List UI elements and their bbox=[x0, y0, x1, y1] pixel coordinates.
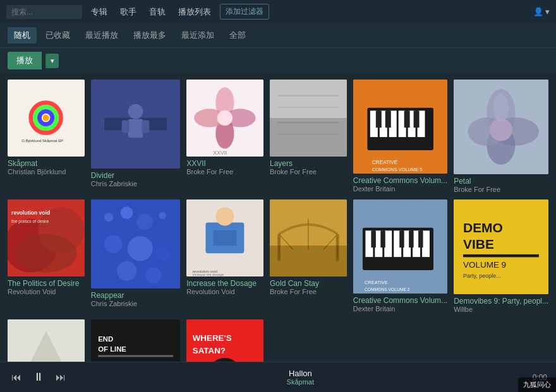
filter-tab-all[interactable]: 全部 bbox=[223, 27, 252, 44]
svg-rect-24 bbox=[277, 122, 339, 123]
album-item-politics[interactable]: revolution void the politics of desire T… bbox=[8, 199, 85, 313]
top-nav: 专辑 歌手 音轨 播放列表 添加过滤器 👤 ▾ bbox=[0, 0, 556, 23]
filter-tab-recent-play[interactable]: 最近播放 bbox=[79, 27, 124, 44]
album-item-demovibes[interactable]: DEMO VIBE VOLUME 9 Party, people... Demo… bbox=[454, 199, 548, 313]
svg-text:O.Björklund Skåpmat EP: O.Björklund Skåpmat EP bbox=[22, 139, 64, 143]
svg-point-65 bbox=[215, 207, 234, 225]
nav-tab-tracks[interactable]: 音轨 bbox=[145, 5, 169, 19]
filter-tab-favorites[interactable]: 已收藏 bbox=[39, 27, 76, 44]
album-title-goldstay: Gold Can Stay bbox=[270, 279, 347, 288]
album-item-endofline[interactable]: END OF LINE QUANTUM JAZZ Various Artists… bbox=[91, 319, 180, 362]
filter-bar: 随机 已收藏 最近播放 播放最多 最近添加 全部 bbox=[0, 23, 556, 48]
svg-rect-76 bbox=[270, 199, 347, 246]
album-cover-demovibes: DEMO VIBE VOLUME 9 Party, people... bbox=[454, 199, 548, 294]
svg-rect-22 bbox=[277, 95, 339, 96]
svg-rect-96 bbox=[463, 254, 539, 257]
album-title-petal: Petal bbox=[454, 177, 548, 186]
svg-rect-9 bbox=[128, 119, 143, 138]
search-input[interactable] bbox=[6, 5, 82, 19]
album-item-divider[interactable]: Divider Chris Zabriskie bbox=[91, 80, 180, 193]
svg-point-62 bbox=[145, 267, 161, 283]
album-grid: O.Björklund Skåpmat EP Skåpmat Christian… bbox=[0, 73, 556, 362]
svg-rect-89 bbox=[409, 230, 413, 247]
svg-text:COMMONS VOLUME 2: COMMONS VOLUME 2 bbox=[365, 287, 410, 292]
svg-point-61 bbox=[117, 261, 136, 280]
album-item-cc2[interactable]: CREATIVE COMMONS VOLUME 2 Creative Commo… bbox=[353, 199, 447, 313]
play-button[interactable]: 播放 bbox=[8, 52, 42, 69]
album-item-petal[interactable]: Petal Broke For Free bbox=[454, 80, 548, 193]
album-item-goldstay[interactable]: Gold Can Stay Broke For Free bbox=[270, 199, 347, 313]
album-item-layers[interactable]: Layers Broke For Free bbox=[270, 80, 347, 193]
svg-text:WHERE'S: WHERE'S bbox=[193, 333, 232, 343]
svg-text:revolution void: revolution void bbox=[11, 210, 50, 216]
album-item-unknown1[interactable] bbox=[8, 319, 85, 362]
svg-point-46 bbox=[493, 93, 509, 122]
svg-rect-70 bbox=[270, 246, 347, 276]
play-dropdown-button[interactable]: ▾ bbox=[45, 54, 59, 68]
album-cover-cc5: CREATIVE COMMONS VOLUME 5 bbox=[353, 80, 447, 174]
watermark: 九狐问心 bbox=[518, 377, 556, 392]
album-artist-increase: Revolution Void bbox=[186, 288, 263, 295]
svg-text:OF LINE: OF LINE bbox=[98, 345, 126, 353]
album-artist-xxvii: Broke For Free bbox=[186, 168, 263, 175]
album-artist-cc2: Dexter Britain bbox=[353, 305, 447, 312]
album-cover-wheresatan: WHERE'S SATAN? bbox=[186, 319, 263, 362]
album-cover-petal bbox=[454, 80, 548, 174]
pause-button[interactable]: ⏸ bbox=[30, 369, 47, 385]
user-button[interactable]: 👤 ▾ bbox=[533, 7, 550, 16]
player-track-title: Hallon bbox=[289, 369, 312, 378]
album-item-wheresatan[interactable]: WHERE'S SATAN? Where's Satan? bbox=[186, 319, 263, 362]
svg-text:XXVII: XXVII bbox=[214, 150, 227, 156]
album-artist-politics: Revolution Void bbox=[8, 288, 85, 295]
album-title-politics: The Politics of Desire bbox=[8, 279, 85, 288]
svg-point-55 bbox=[120, 206, 133, 219]
user-icon: 👤 bbox=[533, 7, 543, 16]
album-item-increase[interactable]: revolution void increase the dosage Incr… bbox=[186, 199, 263, 313]
svg-rect-35 bbox=[385, 110, 391, 128]
album-cover-politics: revolution void the politics of desire bbox=[8, 199, 85, 276]
svg-rect-36 bbox=[404, 110, 409, 128]
album-cover-endofline: END OF LINE QUANTUM JAZZ Various Artists… bbox=[91, 319, 180, 362]
album-item-xxvii[interactable]: XXVII XXVII Broke For Free bbox=[186, 80, 263, 193]
album-artist-demovibes: Willbe bbox=[454, 306, 548, 313]
svg-rect-66 bbox=[214, 230, 237, 246]
nav-tab-albums[interactable]: 专辑 bbox=[87, 5, 111, 19]
svg-text:CREATIVE: CREATIVE bbox=[372, 160, 398, 165]
album-title-skapmat: Skåpmat bbox=[8, 159, 85, 168]
svg-point-59 bbox=[128, 236, 153, 261]
svg-point-60 bbox=[155, 246, 170, 260]
album-title-divider: Divider bbox=[91, 171, 180, 180]
svg-point-54 bbox=[104, 213, 113, 222]
player-track-album[interactable]: Skåpmat bbox=[287, 378, 314, 386]
album-title-cc2: Creative Commons Volum... bbox=[353, 296, 447, 305]
album-cover-goldstay bbox=[270, 199, 347, 276]
nav-tab-artists[interactable]: 歌手 bbox=[116, 5, 140, 19]
player-bar: ⏮ ⏸ ⏭ Hallon Skåpmat 0:00 bbox=[0, 362, 556, 392]
add-filter-button[interactable]: 添加过滤器 bbox=[220, 4, 269, 20]
album-item-skapmat[interactable]: O.Björklund Skåpmat EP Skåpmat Christian… bbox=[8, 80, 85, 193]
album-item-cc5[interactable]: CREATIVE COMMONS VOLUME 5 Creative Commo… bbox=[353, 80, 447, 193]
svg-point-8 bbox=[128, 104, 143, 119]
album-artist-reappear: Chris Zabriskie bbox=[91, 300, 180, 307]
svg-text:the politics of desire: the politics of desire bbox=[11, 218, 49, 223]
filter-tab-recent-add[interactable]: 最近添加 bbox=[175, 27, 221, 44]
next-button[interactable]: ⏭ bbox=[53, 371, 68, 384]
svg-text:COMMONS VOLUME 5: COMMONS VOLUME 5 bbox=[372, 167, 423, 172]
prev-button[interactable]: ⏮ bbox=[9, 371, 24, 384]
svg-rect-23 bbox=[277, 107, 339, 108]
album-cover-skapmat: O.Björklund Skåpmat EP bbox=[8, 80, 85, 157]
svg-text:Party, people...: Party, people... bbox=[463, 273, 501, 279]
svg-point-50 bbox=[15, 234, 76, 273]
album-artist-layers: Broke For Free bbox=[270, 168, 347, 175]
album-title-cc5: Creative Commons Volum... bbox=[353, 176, 447, 185]
album-cover-increase: revolution void increase the dosage bbox=[186, 199, 263, 276]
album-artist-cc5: Dexter Britain bbox=[353, 185, 447, 193]
nav-tab-playlists[interactable]: 播放列表 bbox=[174, 5, 215, 19]
album-title-increase: Increase the Dosage bbox=[186, 279, 263, 288]
svg-rect-106 bbox=[98, 355, 173, 357]
svg-rect-85 bbox=[422, 230, 430, 257]
filter-tab-most-played[interactable]: 播放最多 bbox=[127, 27, 172, 44]
svg-point-57 bbox=[159, 212, 166, 219]
filter-tab-random[interactable]: 随机 bbox=[8, 27, 37, 44]
album-item-reappear[interactable]: Reappear Chris Zabriskie bbox=[91, 199, 180, 313]
